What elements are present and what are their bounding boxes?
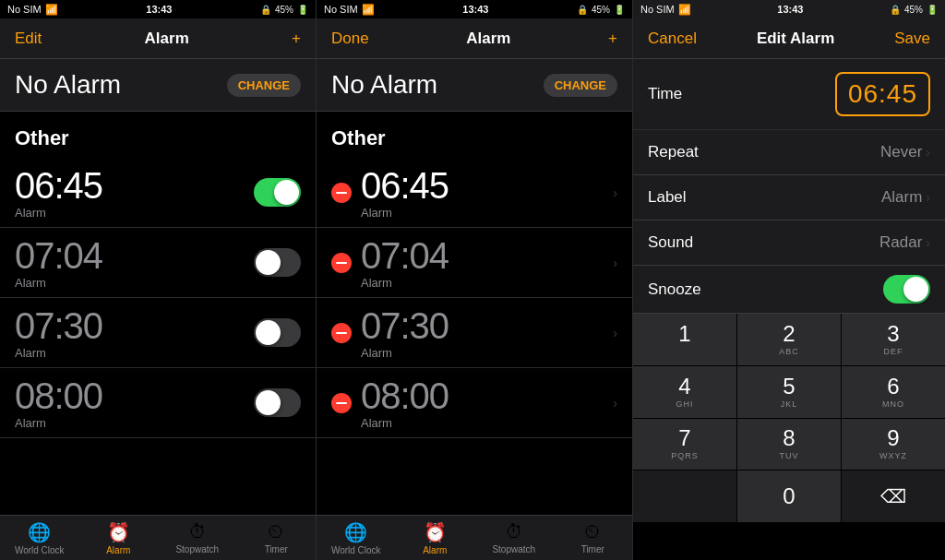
settings-section: Repeat Never › Label Alarm › Sound Radar…: [633, 130, 945, 266]
no-alarm-text-2: No Alarm: [331, 70, 437, 100]
status-left-2: No SIM 📶: [324, 4, 375, 16]
add-alarm-button[interactable]: +: [292, 30, 301, 48]
alarm-info-del-0645: 06:45 Alarm: [361, 165, 605, 220]
stopwatch-icon-2: ⏱: [505, 521, 523, 542]
alarm-info-0645: 06:45 Alarm: [15, 165, 254, 220]
key-3[interactable]: 3 DEF: [842, 314, 945, 365]
edit-alarm-panel: No SIM 📶 13:43 🔒 45% 🔋 Cancel Edit Alarm…: [633, 0, 945, 560]
alarm-toggle-0730[interactable]: [254, 318, 301, 347]
status-time-1: 13:43: [146, 4, 172, 15]
tab-timer-2[interactable]: ⏲ Timer: [554, 521, 633, 554]
alarm-item-del-0800: 08:00 Alarm ›: [317, 368, 632, 438]
battery-3: 45%: [904, 5, 923, 15]
key-8[interactable]: 8 TUV: [737, 419, 841, 471]
sound-value-text: Radar: [879, 233, 922, 252]
edit-button[interactable]: Edit: [15, 30, 42, 48]
tab-world-clock-1[interactable]: 🌐 World Clock: [0, 521, 79, 555]
sound-chevron-icon: ›: [926, 235, 930, 250]
tab-timer-1[interactable]: ⏲ Timer: [237, 521, 317, 554]
lock-icon-3: 🔒: [890, 5, 901, 15]
chevron-0704: ›: [613, 256, 617, 270]
section-header-2: Other: [317, 112, 632, 158]
add-alarm-button-2[interactable]: +: [608, 30, 617, 48]
alarm-label-0704: Alarm: [15, 276, 254, 290]
snooze-toggle[interactable]: [883, 275, 930, 304]
key-2[interactable]: 2 ABC: [737, 314, 841, 365]
label-label: Label: [648, 188, 687, 207]
alarm-toggle-0800[interactable]: [254, 388, 301, 417]
alarm-info-0704: 07:04 Alarm: [15, 235, 254, 290]
alarm-toggle-0645[interactable]: [254, 178, 301, 207]
sound-row[interactable]: Sound Radar ›: [633, 220, 945, 266]
delete-0730-button[interactable]: [331, 323, 352, 343]
tab-stopwatch-2[interactable]: ⏱ Stopwatch: [474, 521, 554, 554]
delete-0704-button[interactable]: [331, 253, 352, 273]
time-row: Time 06:45: [633, 59, 945, 130]
sound-value: Radar ›: [879, 233, 930, 252]
alarm-time-0704: 07:04: [15, 235, 254, 276]
done-button[interactable]: Done: [331, 30, 369, 48]
delete-0800-button[interactable]: [331, 393, 352, 413]
key-8-sub: TUV: [780, 451, 799, 460]
tab-stopwatch-1[interactable]: ⏱ Stopwatch: [158, 521, 237, 554]
repeat-row[interactable]: Repeat Never ›: [633, 130, 945, 175]
key-9[interactable]: 9 WXYZ: [842, 419, 945, 471]
tab-label-alarm-1: Alarm: [106, 545, 130, 555]
timer-icon-2: ⏲: [583, 521, 602, 542]
key-8-main: 8: [783, 427, 795, 449]
key-4[interactable]: 4 GHI: [633, 366, 736, 418]
status-left-3: No SIM 📶: [640, 4, 691, 16]
nav-title-2: Alarm: [466, 30, 510, 48]
timer-icon-1: ⏲: [267, 521, 285, 542]
key-1[interactable]: 1: [633, 314, 736, 365]
toggle-thumb-0645: [274, 180, 299, 205]
tab-alarm-2[interactable]: ⏰ Alarm: [396, 521, 475, 555]
tab-label-stopwatch-2: Stopwatch: [492, 544, 535, 554]
chevron-0645: ›: [613, 185, 617, 200]
label-row[interactable]: Label Alarm ›: [633, 175, 945, 220]
alarm-info-del-0730: 07:30 Alarm: [361, 305, 605, 360]
change-button-1[interactable]: CHANGE: [227, 74, 301, 97]
key-5[interactable]: 5 JKL: [737, 366, 841, 418]
save-button[interactable]: Save: [894, 30, 930, 48]
wifi-icon-2: 📶: [362, 4, 375, 16]
lock-icon-1: 🔒: [260, 5, 271, 15]
time-value-display[interactable]: 06:45: [835, 72, 930, 116]
repeat-value: Never ›: [880, 143, 930, 161]
key-5-main: 5: [783, 375, 795, 398]
key-1-main: 1: [678, 323, 690, 345]
key-3-main: 3: [887, 323, 899, 345]
repeat-label: Repeat: [648, 143, 699, 161]
key-2-main: 2: [783, 323, 795, 345]
status-bar-1: No SIM 📶 13:43 🔒 45% 🔋: [0, 0, 316, 18]
key-7[interactable]: 7 PQRS: [633, 419, 736, 471]
alarm-label-del-0800: Alarm: [361, 416, 605, 430]
alarm-list-2: 06:45 Alarm › 07:04 Alarm › 07:30 Alarm …: [317, 158, 632, 515]
key-6[interactable]: 6 MNO: [842, 366, 945, 418]
repeat-chevron-icon: ›: [926, 145, 930, 160]
alarm-item-del-0730: 07:30 Alarm ›: [317, 298, 632, 368]
key-0[interactable]: 0: [737, 471, 841, 522]
backspace-key[interactable]: ⌫: [842, 471, 945, 522]
delete-0645-button[interactable]: [331, 183, 352, 203]
nav-title-1: Alarm: [145, 30, 189, 48]
status-bar-2: No SIM 📶 13:43 🔒 45% 🔋: [317, 0, 632, 18]
no-alarm-banner-2: No Alarm CHANGE: [317, 59, 632, 112]
tab-bar-2: 🌐 World Clock ⏰ Alarm ⏱ Stopwatch ⏲ Time…: [317, 515, 632, 560]
nav-bar-1: Edit Alarm +: [0, 18, 316, 59]
tab-world-clock-2[interactable]: 🌐 World Clock: [317, 521, 396, 555]
alarm-time-0730: 07:30: [15, 305, 254, 346]
carrier-3: No SIM: [640, 4, 675, 15]
alarm-time-del-0730: 07:30: [361, 305, 605, 346]
status-right-1: 🔒 45% 🔋: [260, 5, 308, 15]
key-6-main: 6: [887, 375, 899, 398]
status-time-3: 13:43: [777, 4, 803, 15]
cancel-button[interactable]: Cancel: [648, 30, 697, 48]
toggle-thumb-0800: [256, 390, 281, 415]
alarm-item-0800: 08:00 Alarm: [0, 368, 316, 438]
alarm-toggle-0704[interactable]: [254, 248, 301, 277]
change-button-2[interactable]: CHANGE: [544, 74, 617, 97]
tab-label-stopwatch-1: Stopwatch: [175, 544, 219, 554]
tab-alarm-1[interactable]: ⏰ Alarm: [79, 521, 159, 555]
tab-label-world-clock-2: World Clock: [331, 545, 381, 555]
